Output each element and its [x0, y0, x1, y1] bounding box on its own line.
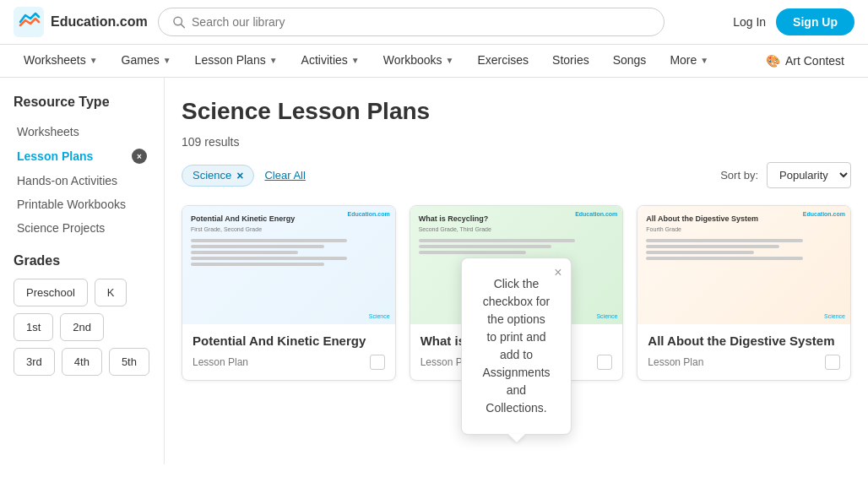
- tooltip-arrow: [507, 434, 524, 442]
- nav-more[interactable]: More ▼: [659, 45, 719, 77]
- filters-row: Science × Clear All Sort by: Popularity …: [182, 162, 851, 188]
- sidebar-item-hands-on[interactable]: Hands-on Activities: [14, 169, 150, 192]
- sort-select[interactable]: Popularity Newest Rating: [767, 162, 851, 188]
- page-title: Science Lesson Plans: [182, 98, 851, 125]
- main-nav: Worksheets ▼ Games ▼ Lesson Plans ▼ Acti…: [0, 45, 868, 78]
- logo-text: Education.com: [51, 14, 148, 30]
- clear-all-button[interactable]: Clear All: [264, 169, 305, 182]
- nav-songs[interactable]: Songs: [603, 45, 657, 77]
- nav-games[interactable]: Games ▼: [111, 45, 182, 77]
- card-2-checkbox[interactable]: [597, 355, 612, 370]
- close-icon[interactable]: ×: [132, 149, 147, 164]
- sidebar-item-workbooks[interactable]: Printable Workbooks: [14, 192, 150, 216]
- login-button[interactable]: Log In: [733, 15, 766, 29]
- card-1-type: Lesson Plan: [193, 356, 248, 368]
- nav-lesson-plans[interactable]: Lesson Plans ▼: [185, 45, 288, 77]
- card-1-checkbox[interactable]: [370, 355, 385, 370]
- sidebar: Resource Type Worksheets Lesson Plans × …: [0, 78, 165, 464]
- filter-remove-icon[interactable]: ×: [236, 169, 243, 182]
- grade-5th[interactable]: 5th: [109, 348, 149, 376]
- grade-2nd[interactable]: 2nd: [60, 313, 104, 341]
- search-input[interactable]: [192, 15, 650, 29]
- card-1-footer: Lesson Plan: [193, 355, 385, 370]
- nav-worksheets[interactable]: Worksheets ▼: [14, 45, 108, 77]
- grade-buttons: Preschool K 1st 2nd 3rd 4th 5th: [14, 279, 150, 376]
- card-3-img-content: All About the Digestive System Fourth Gr…: [637, 206, 850, 324]
- logo[interactable]: Education.com: [14, 7, 148, 37]
- chevron-down-icon: ▼: [446, 56, 454, 65]
- grade-3rd[interactable]: 3rd: [14, 348, 55, 376]
- header: Education.com Log In Sign Up: [0, 0, 868, 45]
- sort-row: Sort by: Popularity Newest Rating: [720, 162, 851, 188]
- tooltip-text: Click the checkbox for the options to pr…: [482, 275, 550, 417]
- main-layout: Resource Type Worksheets Lesson Plans × …: [0, 78, 868, 464]
- signup-button[interactable]: Sign Up: [776, 8, 854, 35]
- tooltip-close-button[interactable]: ×: [554, 265, 561, 280]
- grade-4th[interactable]: 4th: [62, 348, 102, 376]
- card-1-img-content: Potential And Kinetic Energy First Grade…: [182, 206, 395, 324]
- resource-type-title: Resource Type: [14, 95, 150, 110]
- nav-art-contest[interactable]: 🎨 Art Contest: [756, 46, 854, 76]
- card-3[interactable]: All About the Digestive System Fourth Gr…: [637, 205, 851, 381]
- card-2-wrap: What is Recycling? Second Grade, Third G…: [410, 205, 624, 381]
- sidebar-item-worksheets[interactable]: Worksheets: [14, 120, 150, 144]
- header-actions: Log In Sign Up: [733, 8, 854, 35]
- content-area: Science Lesson Plans 109 results Science…: [165, 78, 868, 464]
- nav-workbooks[interactable]: Workbooks ▼: [373, 45, 464, 77]
- grade-preschool[interactable]: Preschool: [14, 279, 88, 306]
- results-count: 109 results: [182, 135, 851, 149]
- grades-title: Grades: [14, 253, 150, 268]
- sidebar-item-science-projects[interactable]: Science Projects: [14, 216, 150, 240]
- card-3-image: All About the Digestive System Fourth Gr…: [637, 206, 850, 324]
- chevron-down-icon: ▼: [700, 56, 708, 65]
- chevron-down-icon: ▼: [351, 56, 360, 65]
- grade-k[interactable]: K: [95, 279, 127, 306]
- nav-exercises[interactable]: Exercises: [467, 45, 539, 77]
- search-icon: [172, 15, 185, 29]
- chevron-down-icon: ▼: [269, 56, 278, 65]
- card-1-image: Potential And Kinetic Energy First Grade…: [182, 206, 395, 324]
- chevron-down-icon: ▼: [163, 56, 171, 65]
- grade-1st[interactable]: 1st: [14, 313, 53, 341]
- card-3-body: All About the Digestive System Lesson Pl…: [637, 324, 850, 380]
- card-1-body: Potential And Kinetic Energy Lesson Plan: [182, 324, 395, 380]
- sort-label: Sort by:: [720, 169, 758, 182]
- card-1-title: Potential And Kinetic Energy: [193, 333, 385, 350]
- sidebar-item-lesson-plans[interactable]: Lesson Plans ×: [14, 144, 150, 169]
- card-3-footer: Lesson Plan: [648, 355, 840, 370]
- chevron-down-icon: ▼: [90, 56, 98, 65]
- filter-science-tag[interactable]: Science ×: [182, 165, 254, 187]
- logo-icon: [14, 7, 44, 37]
- checkbox-tooltip: × Click the checkbox for the options to …: [461, 258, 571, 435]
- palette-icon: 🎨: [766, 54, 780, 68]
- card-3-title: All About the Digestive System: [648, 333, 840, 350]
- card-1[interactable]: Potential And Kinetic Energy First Grade…: [182, 205, 396, 381]
- svg-line-2: [181, 24, 184, 28]
- search-bar[interactable]: [158, 8, 665, 36]
- cards-grid: Potential And Kinetic Energy First Grade…: [182, 205, 851, 381]
- nav-activities[interactable]: Activities ▼: [291, 45, 370, 77]
- card-3-checkbox[interactable]: [825, 355, 840, 370]
- card-3-type: Lesson Plan: [648, 356, 703, 368]
- nav-stories[interactable]: Stories: [542, 45, 599, 77]
